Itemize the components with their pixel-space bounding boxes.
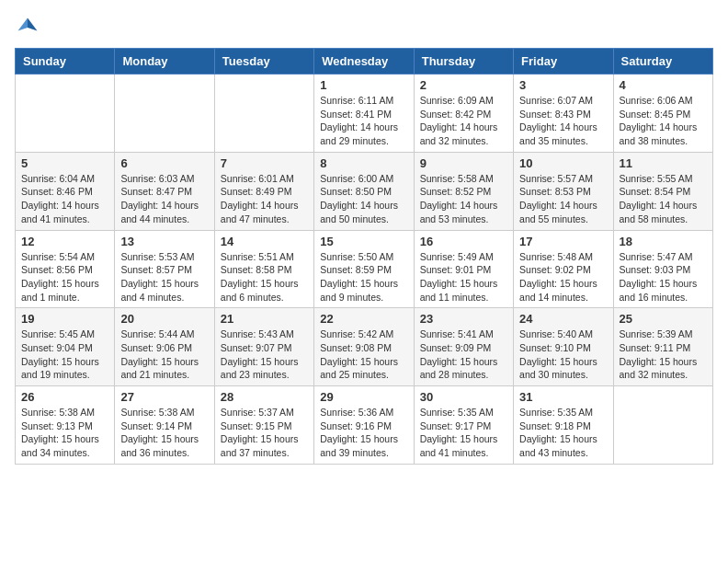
day-info: Sunrise: 5:57 AM Sunset: 8:53 PM Dayligh…	[519, 172, 607, 226]
weekday-header-friday: Friday	[514, 49, 613, 75]
calendar-cell: 5Sunrise: 6:04 AM Sunset: 8:46 PM Daylig…	[16, 152, 115, 230]
day-info: Sunrise: 5:55 AM Sunset: 8:54 PM Dayligh…	[620, 172, 707, 226]
calendar-cell: 22Sunrise: 5:42 AM Sunset: 9:08 PM Dayli…	[314, 308, 414, 386]
calendar-cell: 17Sunrise: 5:48 AM Sunset: 9:02 PM Dayli…	[514, 230, 613, 308]
day-number: 7	[221, 156, 308, 170]
calendar-cell: 11Sunrise: 5:55 AM Sunset: 8:54 PM Dayli…	[613, 152, 712, 230]
day-number: 13	[120, 235, 208, 248]
day-info: Sunrise: 5:42 AM Sunset: 9:08 PM Dayligh…	[320, 327, 407, 382]
day-number: 18	[620, 235, 707, 248]
calendar-cell: 13Sunrise: 5:53 AM Sunset: 8:57 PM Dayli…	[115, 230, 214, 308]
calendar-cell: 30Sunrise: 5:35 AM Sunset: 9:17 PM Dayli…	[414, 386, 513, 465]
day-info: Sunrise: 5:53 AM Sunset: 8:57 PM Dayligh…	[120, 250, 208, 304]
day-info: Sunrise: 5:51 AM Sunset: 8:58 PM Dayligh…	[221, 250, 308, 304]
day-number: 1	[320, 78, 407, 92]
day-info: Sunrise: 5:39 AM Sunset: 9:11 PM Dayligh…	[620, 327, 707, 382]
calendar-cell: 14Sunrise: 5:51 AM Sunset: 8:58 PM Dayli…	[214, 230, 313, 308]
calendar-cell: 26Sunrise: 5:38 AM Sunset: 9:13 PM Dayli…	[16, 386, 115, 465]
day-info: Sunrise: 5:54 AM Sunset: 8:56 PM Dayligh…	[21, 250, 108, 304]
day-number: 9	[420, 156, 507, 170]
weekday-header-thursday: Thursday	[414, 49, 513, 75]
svg-marker-2	[18, 18, 28, 31]
calendar-week-row: 12Sunrise: 5:54 AM Sunset: 8:56 PM Dayli…	[16, 230, 713, 308]
weekday-header-tuesday: Tuesday	[214, 49, 313, 75]
day-info: Sunrise: 6:09 AM Sunset: 8:42 PM Dayligh…	[420, 94, 507, 148]
day-number: 27	[120, 390, 208, 404]
calendar-cell: 9Sunrise: 5:58 AM Sunset: 8:52 PM Daylig…	[414, 152, 513, 230]
day-number: 17	[519, 235, 607, 248]
calendar-cell: 3Sunrise: 6:07 AM Sunset: 8:43 PM Daylig…	[514, 75, 613, 153]
calendar-cell: 18Sunrise: 5:47 AM Sunset: 9:03 PM Dayli…	[613, 230, 712, 308]
weekday-header-monday: Monday	[115, 49, 214, 75]
svg-marker-1	[28, 18, 38, 31]
calendar-cell	[115, 75, 214, 153]
weekday-header-wednesday: Wednesday	[314, 49, 414, 75]
weekday-header-sunday: Sunday	[16, 49, 115, 75]
day-info: Sunrise: 6:00 AM Sunset: 8:50 PM Dayligh…	[320, 172, 407, 226]
calendar-cell: 12Sunrise: 5:54 AM Sunset: 8:56 PM Dayli…	[16, 230, 115, 308]
day-number: 2	[420, 78, 507, 92]
day-number: 20	[120, 312, 208, 326]
calendar-week-row: 5Sunrise: 6:04 AM Sunset: 8:46 PM Daylig…	[16, 152, 713, 230]
day-info: Sunrise: 6:07 AM Sunset: 8:43 PM Dayligh…	[519, 94, 607, 148]
day-info: Sunrise: 5:47 AM Sunset: 9:03 PM Dayligh…	[620, 250, 707, 304]
calendar-cell: 7Sunrise: 6:01 AM Sunset: 8:49 PM Daylig…	[214, 152, 313, 230]
day-info: Sunrise: 6:04 AM Sunset: 8:46 PM Dayligh…	[21, 172, 108, 226]
logo	[15, 15, 44, 40]
day-info: Sunrise: 5:45 AM Sunset: 9:04 PM Dayligh…	[21, 327, 108, 382]
day-number: 31	[519, 390, 607, 404]
day-number: 28	[221, 390, 308, 404]
day-number: 23	[420, 312, 507, 326]
calendar-cell	[16, 75, 115, 153]
day-info: Sunrise: 5:44 AM Sunset: 9:06 PM Dayligh…	[120, 327, 208, 382]
day-info: Sunrise: 5:37 AM Sunset: 9:15 PM Dayligh…	[221, 406, 308, 460]
logo-icon	[15, 15, 40, 40]
calendar-cell: 10Sunrise: 5:57 AM Sunset: 8:53 PM Dayli…	[514, 152, 613, 230]
day-info: Sunrise: 5:49 AM Sunset: 9:01 PM Dayligh…	[420, 250, 507, 304]
calendar-cell: 1Sunrise: 6:11 AM Sunset: 8:41 PM Daylig…	[314, 75, 414, 153]
day-info: Sunrise: 5:38 AM Sunset: 9:13 PM Dayligh…	[21, 406, 108, 460]
day-number: 29	[320, 390, 407, 404]
calendar-cell: 31Sunrise: 5:35 AM Sunset: 9:18 PM Dayli…	[514, 386, 613, 465]
day-number: 16	[420, 235, 507, 248]
calendar-week-row: 19Sunrise: 5:45 AM Sunset: 9:04 PM Dayli…	[16, 308, 713, 386]
day-number: 14	[221, 235, 308, 248]
day-number: 21	[221, 312, 308, 326]
day-number: 4	[620, 78, 707, 92]
day-info: Sunrise: 5:38 AM Sunset: 9:14 PM Dayligh…	[120, 406, 208, 460]
calendar-cell: 27Sunrise: 5:38 AM Sunset: 9:14 PM Dayli…	[115, 386, 214, 465]
day-number: 12	[21, 235, 108, 248]
calendar-cell: 29Sunrise: 5:36 AM Sunset: 9:16 PM Dayli…	[314, 386, 414, 465]
calendar-week-row: 1Sunrise: 6:11 AM Sunset: 8:41 PM Daylig…	[16, 75, 713, 153]
day-number: 30	[420, 390, 507, 404]
day-number: 15	[320, 235, 407, 248]
day-number: 3	[519, 78, 607, 92]
day-info: Sunrise: 5:43 AM Sunset: 9:07 PM Dayligh…	[221, 327, 308, 382]
day-number: 11	[620, 156, 707, 170]
calendar-cell: 8Sunrise: 6:00 AM Sunset: 8:50 PM Daylig…	[314, 152, 414, 230]
calendar-cell: 24Sunrise: 5:40 AM Sunset: 9:10 PM Dayli…	[514, 308, 613, 386]
day-info: Sunrise: 5:50 AM Sunset: 8:59 PM Dayligh…	[320, 250, 407, 304]
day-info: Sunrise: 6:06 AM Sunset: 8:45 PM Dayligh…	[620, 94, 707, 148]
weekday-header-row: SundayMondayTuesdayWednesdayThursdayFrid…	[16, 49, 713, 75]
day-info: Sunrise: 5:48 AM Sunset: 9:02 PM Dayligh…	[519, 250, 607, 304]
calendar-week-row: 26Sunrise: 5:38 AM Sunset: 9:13 PM Dayli…	[16, 386, 713, 465]
day-number: 24	[519, 312, 607, 326]
day-number: 19	[21, 312, 108, 326]
calendar-cell: 20Sunrise: 5:44 AM Sunset: 9:06 PM Dayli…	[115, 308, 214, 386]
day-info: Sunrise: 5:36 AM Sunset: 9:16 PM Dayligh…	[320, 406, 407, 460]
page-header	[15, 15, 713, 40]
weekday-header-saturday: Saturday	[613, 49, 712, 75]
day-number: 22	[320, 312, 407, 326]
calendar-cell	[613, 386, 712, 465]
calendar-cell: 19Sunrise: 5:45 AM Sunset: 9:04 PM Dayli…	[16, 308, 115, 386]
day-number: 6	[120, 156, 208, 170]
calendar-cell: 25Sunrise: 5:39 AM Sunset: 9:11 PM Dayli…	[613, 308, 712, 386]
calendar-cell: 21Sunrise: 5:43 AM Sunset: 9:07 PM Dayli…	[214, 308, 313, 386]
calendar-cell: 15Sunrise: 5:50 AM Sunset: 8:59 PM Dayli…	[314, 230, 414, 308]
day-number: 5	[21, 156, 108, 170]
calendar-cell: 23Sunrise: 5:41 AM Sunset: 9:09 PM Dayli…	[414, 308, 513, 386]
day-number: 10	[519, 156, 607, 170]
calendar-cell: 6Sunrise: 6:03 AM Sunset: 8:47 PM Daylig…	[115, 152, 214, 230]
day-info: Sunrise: 6:01 AM Sunset: 8:49 PM Dayligh…	[221, 172, 308, 226]
